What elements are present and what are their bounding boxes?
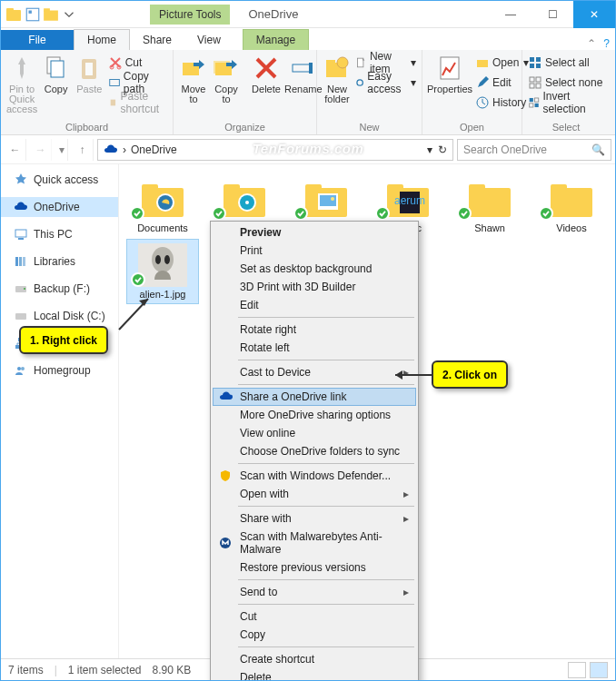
svg-rect-31 [530,77,534,82]
help-icon[interactable]: ? [603,37,610,50]
breadcrumb[interactable]: › OneDrive ▾↻ [97,139,453,161]
copy-to-button[interactable]: Copy to [212,54,241,104]
minimize-button[interactable]: — [490,1,532,28]
ctx-print[interactable]: Print [213,242,416,260]
nav-this-pc[interactable]: This PC [1,224,118,244]
svg-point-21 [337,57,348,68]
svg-point-45 [24,288,25,290]
new-item-button[interactable]: New item▾ [355,54,416,72]
icons-view-button[interactable] [590,662,608,678]
quick-access-toolbar [25,6,77,23]
nav-onedrive[interactable]: OneDrive [1,197,118,217]
ribbon: Pin to Quick access Copy Paste Cut Copy … [1,50,615,135]
search-input[interactable]: Search OneDrive 🔍 [457,139,611,161]
svg-rect-33 [530,84,534,88]
paste-button[interactable]: Paste [75,54,104,94]
nav-homegroup[interactable]: Homegroup [1,360,118,380]
nav-libraries[interactable]: Libraries [1,252,118,271]
nav-backup-drive[interactable]: Backup (F:) [1,279,118,299]
breadcrumb-location[interactable]: OneDrive [131,143,177,156]
edit-button[interactable]: Edit [475,74,529,92]
pin-quick-access-button[interactable]: Pin to Quick access [6,54,37,114]
select-group-label: Select [528,120,604,133]
qat-newfolder-icon[interactable] [43,6,59,23]
paste-shortcut-button[interactable]: Paste shortcut [108,94,167,112]
svg-rect-12 [109,79,119,85]
svg-point-77 [164,255,170,264]
ctx-rotate-left[interactable]: Rotate left [213,339,416,357]
copy-button[interactable]: Copy [41,54,71,94]
tab-manage[interactable]: Manage [243,29,309,50]
invert-selection-button[interactable]: Invert selection [528,94,604,112]
ctx-restore-versions[interactable]: Restore previous versions [213,558,416,577]
svg-rect-4 [44,10,58,20]
folder-shawn[interactable]: Shawn [453,173,526,237]
ctx-share-with[interactable]: Share with▸ [213,509,416,528]
copy-path-button[interactable]: Copy path [108,74,167,92]
callout-right-click: 1. Right click [19,326,108,354]
ctx-defender-scan[interactable]: Scan with Windows Defender... [213,467,416,485]
up-button[interactable]: ↑ [72,139,94,161]
dropdown-icon[interactable]: ▾ [427,143,432,156]
ctx-malwarebytes-scan[interactable]: Scan with Malwarebytes Anti-Malware [213,528,416,558]
svg-rect-27 [530,57,534,62]
svg-rect-62 [305,184,322,192]
cut-button[interactable]: Cut [108,54,167,72]
ctx-open-with[interactable]: Open with▸ [213,485,416,503]
ctx-cut[interactable]: Cut [213,607,416,626]
nav-quick-access[interactable]: Quick access [1,170,118,190]
maximize-button[interactable]: ☐ [532,1,573,28]
history-button[interactable]: History [475,94,529,112]
ctx-cast-to-device[interactable]: Cast to Device▸ [213,363,416,381]
details-view-button[interactable] [568,662,586,678]
address-bar: ← → ▾ ↑ › OneDrive ▾↻ Search OneDrive 🔍 … [1,135,615,164]
select-all-button[interactable]: Select all [528,54,604,72]
ctx-create-shortcut[interactable]: Create shortcut [213,650,416,668]
svg-rect-32 [536,77,541,82]
close-button[interactable]: ✕ [573,1,615,28]
open-button[interactable]: Open▾ [475,54,529,72]
qat-properties-icon[interactable] [25,6,41,23]
title-bar: Picture Tools OneDrive — ☐ ✕ [1,1,615,28]
svg-rect-28 [536,57,541,62]
qat-dropdown-icon[interactable] [61,6,77,23]
tab-file[interactable]: File [1,30,74,50]
back-button[interactable]: ← [5,139,26,161]
svg-rect-20 [326,60,335,64]
tab-share[interactable]: Share [130,30,184,50]
new-folder-button[interactable]: New folder [323,54,352,104]
ctx-copy[interactable]: Copy [213,626,416,644]
folder-videos[interactable]: Videos [535,173,608,237]
svg-rect-42 [19,257,22,266]
ctx-send-to[interactable]: Send to▸ [213,583,416,601]
easy-access-button[interactable]: Easy access▾ [355,74,416,92]
ctx-edit[interactable]: Edit [213,296,416,314]
refresh-icon[interactable]: ↻ [438,143,447,156]
ctx-delete[interactable]: Delete [213,668,416,681]
ctx-set-background[interactable]: Set as desktop background [213,260,416,278]
ctx-more-onedrive-options[interactable]: More OneDrive sharing options [213,406,416,424]
ctx-preview[interactable]: Preview [213,223,416,242]
nav-local-disk[interactable]: Local Disk (C:) [1,306,118,326]
svg-rect-43 [23,257,25,266]
folder-documents[interactable]: Documents [126,173,199,237]
svg-rect-1 [6,8,14,12]
svg-rect-24 [441,57,459,79]
move-to-button[interactable]: Move to [179,54,208,104]
ctx-view-online[interactable]: View online [213,424,416,442]
properties-button[interactable]: Properties [428,54,472,94]
recent-locations-icon[interactable]: ▾ [55,139,68,161]
ctx-rotate-right[interactable]: Rotate right [213,321,416,339]
tab-view[interactable]: View [184,30,233,50]
tab-home[interactable]: Home [74,29,130,50]
open-group-label: Open [428,120,516,133]
ctx-share-onedrive-link[interactable]: Share a OneDrive link [213,388,416,406]
ctx-3d-print[interactable]: 3D Print with 3D Builder [213,278,416,296]
select-none-button[interactable]: Select none [528,74,604,92]
delete-button[interactable]: Delete [252,54,281,94]
svg-rect-13 [110,100,114,106]
chevron-up-icon[interactable]: ⌃ [587,37,596,50]
forward-button[interactable]: → [30,139,52,161]
organize-group-label: Organize [179,120,311,133]
ctx-choose-sync[interactable]: Choose OneDrive folders to sync [213,442,416,460]
